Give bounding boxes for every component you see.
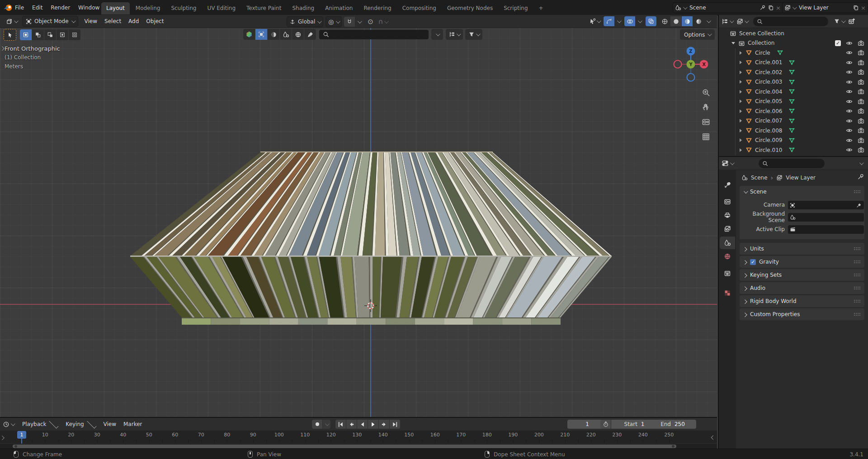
display-mode-dropdown[interactable] bbox=[446, 29, 463, 40]
timeline-menu-keying[interactable]: Keying bbox=[62, 421, 99, 427]
outliner-row-object[interactable]: Circle.005 bbox=[719, 97, 868, 106]
gizmos-dropdown[interactable] bbox=[615, 16, 622, 26]
viewport-menu-view[interactable]: View bbox=[81, 18, 101, 24]
viewport-menu-select[interactable]: Select bbox=[101, 18, 125, 24]
workspace-tab-modeling[interactable]: Modeling bbox=[131, 2, 165, 14]
snap-toggle[interactable] bbox=[344, 17, 355, 27]
workspace-tab-texture-paint[interactable]: Texture Paint bbox=[241, 2, 286, 14]
timeline-menu-playback[interactable]: Playback bbox=[19, 421, 62, 427]
panel-gravity[interactable]: ✓Gravity bbox=[740, 256, 864, 268]
auto-keying-dropdown[interactable] bbox=[323, 420, 330, 429]
hide-eye-icon[interactable] bbox=[846, 49, 853, 56]
select-mode-invert-button[interactable] bbox=[57, 29, 68, 40]
hide-eye-icon[interactable] bbox=[846, 79, 853, 85]
hide-eye-icon[interactable] bbox=[846, 40, 853, 47]
disable-render-icon[interactable] bbox=[858, 69, 864, 76]
previous-keyframe-button[interactable] bbox=[346, 420, 357, 429]
timeline-ruler[interactable]: 1020304050607080901001101201301401501601… bbox=[0, 431, 717, 443]
camera-field[interactable] bbox=[788, 201, 864, 209]
workspace-tab-compositing[interactable]: Compositing bbox=[397, 2, 441, 14]
panel-keying-sets[interactable]: Keying Sets bbox=[740, 269, 864, 281]
tool-search-input[interactable] bbox=[319, 30, 429, 39]
disable-render-icon[interactable] bbox=[858, 49, 864, 56]
panel-drag-handle[interactable] bbox=[854, 190, 860, 194]
select-mode-intersect-button[interactable] bbox=[69, 29, 80, 40]
timeline-editor-type-button[interactable] bbox=[3, 421, 14, 427]
panel-units[interactable]: Units bbox=[740, 243, 864, 255]
shading-dropdown[interactable] bbox=[704, 16, 712, 26]
select-mode-extend-button[interactable] bbox=[32, 29, 44, 40]
panel-drag-handle[interactable] bbox=[854, 286, 860, 290]
panel-drag-handle[interactable] bbox=[854, 312, 860, 316]
id-filter-world-icon[interactable] bbox=[292, 29, 304, 40]
menu-render[interactable]: Render bbox=[47, 5, 74, 11]
frame-end-field[interactable]: End 250 bbox=[649, 420, 696, 429]
id-filter-material-icon[interactable] bbox=[268, 29, 279, 40]
close-icon[interactable]: × bbox=[861, 5, 866, 11]
viewport-menu-object[interactable]: Object bbox=[142, 18, 167, 24]
new-scene-icon[interactable] bbox=[768, 5, 774, 11]
id-filter-scene-icon[interactable] bbox=[280, 29, 292, 40]
disclosure-closed-icon[interactable] bbox=[740, 90, 742, 94]
disclosure-closed-icon[interactable] bbox=[740, 71, 742, 74]
tab-world[interactable] bbox=[720, 250, 735, 263]
move-view-hand-icon[interactable] bbox=[700, 101, 711, 112]
outliner-search-input[interactable] bbox=[753, 17, 828, 26]
hide-eye-icon[interactable] bbox=[846, 59, 853, 66]
outliner-row-object[interactable]: Circle.003 bbox=[719, 77, 868, 87]
panel-rigid-body-world[interactable]: Rigid Body World bbox=[740, 295, 864, 307]
zoom-tool-icon[interactable] bbox=[700, 87, 711, 98]
menu-window[interactable]: Window bbox=[74, 5, 104, 11]
outliner-row-object[interactable]: Circle.004 bbox=[719, 87, 868, 96]
select-mode-subtract-button[interactable] bbox=[44, 29, 56, 40]
timeline-menu-marker[interactable]: Marker bbox=[120, 421, 146, 427]
toggle-ortho-grid-icon[interactable] bbox=[700, 131, 711, 142]
new-view-layer-icon[interactable] bbox=[853, 5, 859, 11]
disable-render-icon[interactable] bbox=[858, 79, 864, 85]
tab-view-layer[interactable] bbox=[720, 222, 735, 235]
tab-tool[interactable] bbox=[720, 179, 735, 191]
hide-eye-icon[interactable] bbox=[846, 137, 853, 144]
disclosure-closed-icon[interactable] bbox=[740, 80, 742, 84]
gravity-checkbox[interactable]: ✓ bbox=[750, 259, 756, 265]
shading-material-button[interactable] bbox=[682, 16, 693, 26]
timeline-sidebar-expand-icon[interactable] bbox=[711, 435, 716, 440]
disclosure-closed-icon[interactable] bbox=[740, 99, 742, 103]
background-scene-field[interactable] bbox=[788, 213, 864, 222]
outliner-display-mode-dropdown[interactable] bbox=[736, 18, 748, 24]
xray-toggle[interactable] bbox=[646, 16, 656, 26]
tab-collection[interactable] bbox=[720, 267, 735, 279]
id-filter-color-icon[interactable] bbox=[243, 29, 255, 40]
id-filter-object-icon[interactable] bbox=[255, 29, 267, 40]
outliner-row-object[interactable]: Circle.009 bbox=[719, 136, 868, 145]
properties-search-input[interactable] bbox=[759, 159, 825, 168]
transform-orientation-dropdown[interactable]: Global bbox=[287, 16, 323, 27]
mode-dropdown[interactable]: Object Mode bbox=[22, 16, 78, 27]
search-expand-button[interactable] bbox=[431, 29, 443, 40]
panel-audio[interactable]: Audio bbox=[740, 282, 864, 294]
disclosure-closed-icon[interactable] bbox=[740, 148, 742, 152]
new-collection-button[interactable] bbox=[848, 18, 855, 25]
pin-icon[interactable] bbox=[760, 5, 766, 11]
select-mode-set-button[interactable] bbox=[20, 29, 32, 40]
disable-render-icon[interactable] bbox=[858, 147, 864, 153]
workspace-tab-scripting[interactable]: Scripting bbox=[499, 2, 533, 14]
navigation-gizmo[interactable]: ZXY bbox=[672, 45, 710, 83]
disable-render-icon[interactable] bbox=[858, 127, 864, 134]
disclosure-closed-icon[interactable] bbox=[740, 61, 742, 64]
disclosure-closed-icon[interactable] bbox=[740, 119, 742, 123]
next-keyframe-button[interactable] bbox=[379, 420, 389, 429]
disclosure-closed-icon[interactable] bbox=[740, 109, 742, 113]
breadcrumb-view-layer[interactable]: View Layer bbox=[786, 175, 816, 181]
view-layer-selector[interactable]: View Layer × bbox=[782, 2, 868, 13]
snap-dropdown[interactable] bbox=[355, 17, 363, 27]
eyedropper-icon[interactable] bbox=[856, 202, 862, 208]
outliner-row-object[interactable]: Circle bbox=[719, 48, 868, 57]
id-filter-brush-icon[interactable] bbox=[304, 29, 316, 40]
panel-drag-handle[interactable] bbox=[854, 260, 860, 264]
outliner-row-collection[interactable]: Collection✓ bbox=[719, 38, 868, 48]
disable-render-icon[interactable] bbox=[858, 98, 864, 105]
workspace-tab-layout[interactable]: Layout bbox=[101, 2, 130, 14]
disable-render-icon[interactable] bbox=[858, 59, 864, 66]
workspace-tab-rendering[interactable]: Rendering bbox=[359, 2, 396, 14]
